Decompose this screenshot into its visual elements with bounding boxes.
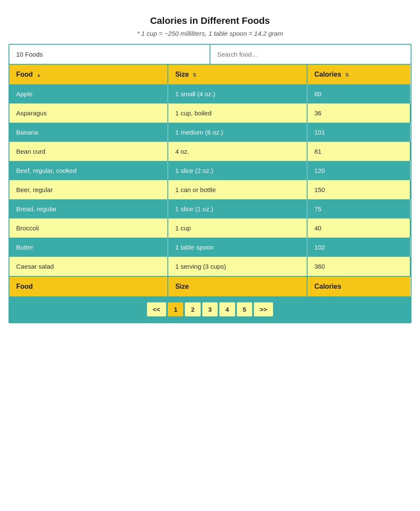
pagination-page-1[interactable]: 1 [168, 302, 183, 316]
page-title: Calories in Different Foods [9, 15, 411, 26]
table-row: Caesar salad1 serving (3 cups)360 [9, 257, 410, 276]
table-row: Butter1 table spoon102 [9, 238, 410, 257]
cell-calories: 101 [307, 123, 410, 142]
table-footer-row: Food Size Calories [9, 276, 410, 296]
cell-calories: 102 [307, 238, 410, 257]
table-row: Asparagus1 cup, boiled36 [9, 103, 410, 123]
col-size-footer: Size [168, 276, 307, 296]
cell-calories: 40 [307, 218, 410, 238]
cell-food: Beef, regular, cooked [9, 161, 168, 180]
search-input[interactable] [210, 45, 411, 64]
cell-size: 1 serving (3 cups) [168, 257, 307, 276]
calories-sort-icon: ⇅ [345, 72, 349, 78]
cell-food: Asparagus [9, 103, 168, 123]
pagination: << 1 2 3 4 5 >> [9, 296, 411, 322]
food-sort-icon: ▲ [37, 72, 41, 78]
cell-food: Beer, regular [9, 180, 168, 199]
cell-food: Banana [9, 123, 168, 142]
table-header-row: Food ▲ Size ⇅ Calories ⇅ [9, 65, 410, 84]
cell-calories: 80 [307, 84, 410, 103]
pagination-page-4[interactable]: 4 [219, 302, 235, 316]
pagination-next[interactable]: >> [254, 302, 273, 316]
cell-size: 1 slice (2 oz.) [168, 161, 307, 180]
table-body: Apple1 small (4 oz.)80Asparagus1 cup, bo… [9, 84, 410, 276]
table-wrapper: 10 Foods Food ▲ Size ⇅ Calories ⇅ [9, 44, 411, 323]
cell-size: 1 cup, boiled [168, 103, 307, 123]
table-row: Bread, regular1 slice (1 oz.)75 [9, 199, 410, 218]
cell-calories: 36 [307, 103, 410, 123]
cell-size: 1 cup [168, 218, 307, 238]
cell-calories: 360 [307, 257, 410, 276]
size-sort-icon: ⇅ [193, 72, 196, 78]
cell-size: 4 oz. [168, 142, 307, 161]
cell-calories: 81 [307, 142, 410, 161]
pagination-page-2[interactable]: 2 [185, 302, 200, 316]
col-calories-footer: Calories [307, 276, 410, 296]
cell-size: 1 small (4 oz.) [168, 84, 307, 103]
cell-food: Bean curd [9, 142, 168, 161]
page-subtitle: * 1 cup = ~250 milliliters, 1 table spoo… [9, 30, 411, 37]
table-count: 10 Foods [9, 45, 210, 64]
pagination-page-5[interactable]: 5 [237, 302, 252, 316]
col-size-header[interactable]: Size ⇅ [168, 65, 307, 84]
cell-food: Caesar salad [9, 257, 168, 276]
cell-calories: 120 [307, 161, 410, 180]
food-table: Food ▲ Size ⇅ Calories ⇅ Apple1 small (4… [9, 65, 411, 296]
cell-size: 1 medium (6 oz.) [168, 123, 307, 142]
cell-food: Butter [9, 238, 168, 257]
cell-food: Apple [9, 84, 168, 103]
col-food-header[interactable]: Food ▲ [9, 65, 168, 84]
cell-food: Bread, regular [9, 199, 168, 218]
main-container: Calories in Different Foods * 1 cup = ~2… [9, 9, 411, 323]
cell-size: 1 slice (1 oz.) [168, 199, 307, 218]
cell-size: 1 table spoon [168, 238, 307, 257]
table-row: Beef, regular, cooked1 slice (2 oz.)120 [9, 161, 410, 180]
table-row: Beer, regular1 can or bottle150 [9, 180, 410, 199]
cell-food: Broccoli [9, 218, 168, 238]
table-row: Banana1 medium (6 oz.)101 [9, 123, 410, 142]
pagination-page-3[interactable]: 3 [202, 302, 218, 316]
table-row: Bean curd4 oz.81 [9, 142, 410, 161]
pagination-prev[interactable]: << [147, 302, 167, 316]
cell-size: 1 can or bottle [168, 180, 307, 199]
cell-calories: 75 [307, 199, 410, 218]
cell-calories: 150 [307, 180, 410, 199]
table-toolbar: 10 Foods [9, 45, 411, 65]
col-calories-header[interactable]: Calories ⇅ [307, 65, 410, 84]
col-food-footer: Food [9, 276, 168, 296]
table-row: Broccoli1 cup40 [9, 218, 410, 238]
table-row: Apple1 small (4 oz.)80 [9, 84, 410, 103]
